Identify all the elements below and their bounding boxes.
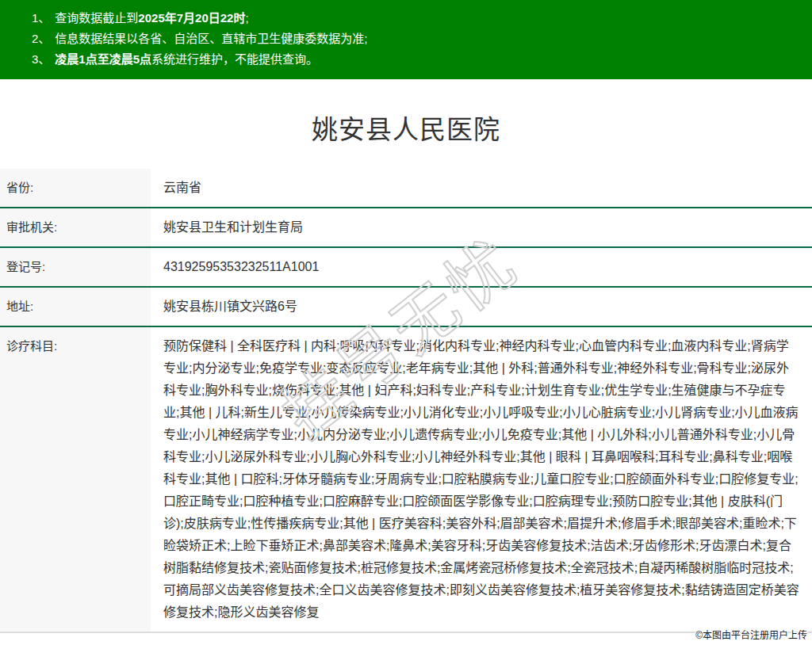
row-value: 姚安县栋川镇文兴路6号 bbox=[151, 287, 812, 326]
row-value: 姚安县卫生和计划生育局 bbox=[151, 208, 812, 247]
notice-line: 2、信息数据结果以各省、自治区、直辖市卫生健康委数据为准; bbox=[32, 29, 796, 49]
row-value: 云南省 bbox=[151, 169, 812, 208]
row-label: 省份: bbox=[0, 169, 151, 208]
notice-line: 3、凌晨1点至凌晨5点系统进行维护，不能提供查询。 bbox=[32, 49, 796, 70]
row-value: 43192595353232511A1001 bbox=[151, 247, 812, 287]
notice-number: 1、 bbox=[32, 11, 50, 25]
table-row-approval-authority: 审批机关: 姚安县卫生和计划生育局 bbox=[0, 208, 812, 247]
copyright-note: ©本图由平台注册用户上传 bbox=[695, 628, 807, 641]
notice-text-bold: 2025年7月20日22时 bbox=[138, 11, 245, 25]
row-label: 登记号: bbox=[0, 247, 151, 287]
notice-text-bold: 凌晨1点至凌晨5点 bbox=[55, 52, 151, 66]
notice-text: 系统进行维护，不能提供查询。 bbox=[151, 52, 318, 66]
notice-text: ; bbox=[245, 11, 248, 25]
notice-line: 1、查询数据截止到2025年7月20日22时; bbox=[32, 8, 796, 29]
row-label: 审批机关: bbox=[0, 208, 151, 247]
table-row-province: 省份: 云南省 bbox=[0, 169, 812, 208]
notice-number: 2、 bbox=[32, 32, 50, 45]
notice-text: 查询数据截止到 bbox=[55, 11, 138, 25]
table-row-address: 地址: 姚安县栋川镇文兴路6号 bbox=[0, 287, 812, 326]
hospital-name-title: 姚安县人民医院 bbox=[0, 109, 812, 147]
hospital-info-table: 省份: 云南省 审批机关: 姚安县卫生和计划生育局 登记号: 431925953… bbox=[0, 169, 812, 633]
row-label: 诊疗科目: bbox=[0, 326, 151, 632]
table-row-registration-number: 登记号: 43192595353232511A1001 bbox=[0, 247, 812, 287]
table-row-departments: 诊疗科目: 预防保健科 | 全科医疗科 | 内科;呼吸内科专业;消化内科专业;神… bbox=[0, 326, 812, 632]
notice-banner: 1、查询数据截止到2025年7月20日22时; 2、信息数据结果以各省、自治区、… bbox=[0, 0, 812, 79]
row-value: 预防保健科 | 全科医疗科 | 内科;呼吸内科专业;消化内科专业;神经内科专业;… bbox=[151, 326, 812, 632]
row-label: 地址: bbox=[0, 287, 151, 326]
notice-number: 3、 bbox=[32, 52, 50, 66]
notice-text: 信息数据结果以各省、自治区、直辖市卫生健康委数据为准; bbox=[55, 32, 367, 45]
